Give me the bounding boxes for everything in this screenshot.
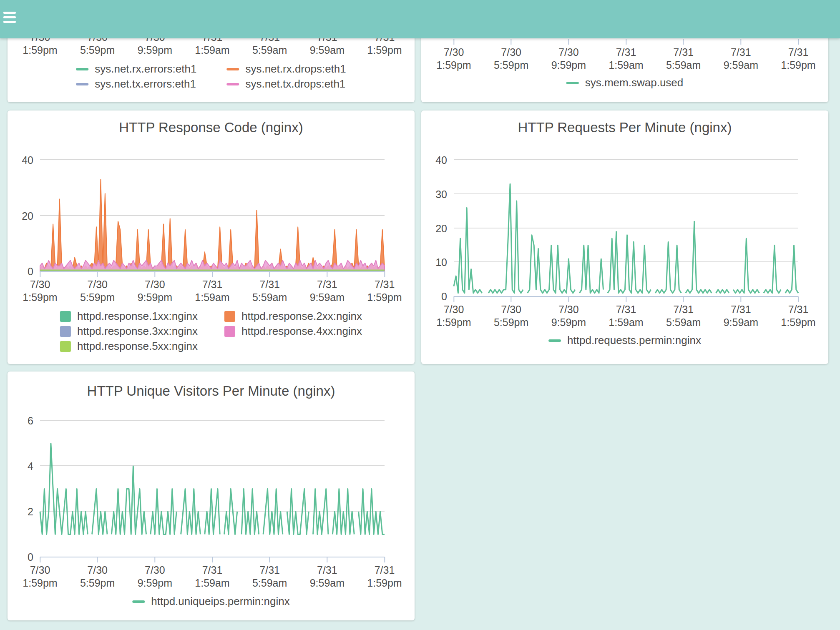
x-tick: 7/311:59am	[195, 557, 229, 590]
legend-item[interactable]: sys.mem.swap.used	[566, 76, 684, 89]
panel-http-response-code: HTTP Response Code (nginx) 02040 7/301:5…	[8, 110, 415, 364]
tick-mark	[453, 39, 454, 45]
x-tick: 7/311:59pm	[781, 39, 815, 72]
tick-mark	[40, 271, 40, 277]
legend-swatch-icon	[132, 600, 145, 603]
legend-item[interactable]: httpd.uniqueips.permin:nginx	[132, 595, 289, 608]
legend-item[interactable]: httpd.response.2xx:nginx	[224, 310, 362, 323]
x-tick-time: 5:59am	[666, 316, 701, 329]
x-tick: 7/305:59pm	[494, 39, 528, 72]
legend-label: sys.net.tx.errors:eth1	[95, 78, 196, 90]
y-tick-label: 10	[435, 256, 447, 269]
legend-item[interactable]: httpd.requests.permin:nginx	[548, 334, 701, 347]
x-tick: 7/301:59pm	[23, 271, 57, 304]
legend-item[interactable]: sys.net.rx.errors:eth1	[76, 63, 196, 75]
y-tick-label: 40	[22, 154, 33, 166]
x-tick: 7/311:59am	[195, 271, 229, 304]
x-tick-date: 7/30	[145, 564, 165, 577]
x-tick-time: 1:59pm	[781, 316, 815, 329]
legend-swatch-icon	[76, 83, 88, 85]
tick-mark	[154, 271, 155, 277]
x-tick-time: 1:59pm	[23, 44, 57, 57]
x-tick: 7/309:59pm	[138, 557, 172, 590]
tick-mark	[269, 271, 270, 277]
x-tick-date: 7/30	[30, 278, 50, 291]
chart-title: HTTP Requests Per Minute (nginx)	[421, 120, 828, 136]
tick-mark	[683, 39, 684, 45]
x-tick-date: 7/30	[87, 564, 108, 577]
legend-item[interactable]: httpd.response.4xx:nginx	[224, 325, 362, 338]
legend-item[interactable]: httpd.response.5xx:nginx	[60, 340, 198, 353]
tick-mark	[269, 557, 270, 562]
chart-legend: sys.mem.swap.used	[566, 76, 684, 89]
legend-swatch-icon	[60, 326, 71, 337]
series-httpd.requests.permin:nginx	[454, 184, 798, 293]
x-axis-labels: 7/301:59pm7/305:59pm7/309:59pm7/311:59am…	[40, 271, 385, 305]
x-tick-date: 7/31	[673, 46, 694, 59]
x-tick: 7/319:59am	[724, 39, 758, 72]
x-tick: 7/311:59pm	[367, 271, 402, 304]
menu-icon-bar	[3, 21, 16, 23]
x-tick-date: 7/30	[87, 278, 108, 291]
x-tick-date: 7/30	[145, 278, 165, 291]
x-tick-time: 1:59am	[195, 291, 229, 304]
legend-item[interactable]: httpd.response.3xx:nginx	[60, 325, 198, 338]
x-tick-time: 5:59pm	[80, 577, 115, 590]
x-tick-time: 9:59am	[310, 291, 345, 304]
series-httpd.response.2xx:nginx	[40, 180, 385, 271]
x-tick-time: 5:59am	[666, 59, 701, 72]
x-tick-time: 9:59am	[724, 316, 758, 329]
legend-item[interactable]: sys.net.rx.drops:eth1	[226, 63, 346, 75]
x-tick-date: 7/31	[259, 278, 280, 291]
x-tick-date: 7/31	[375, 564, 395, 577]
y-axis-labels: 0246	[8, 421, 33, 557]
tick-mark	[154, 557, 155, 562]
x-tick-date: 7/31	[317, 278, 337, 291]
tick-mark	[740, 296, 741, 302]
legend-label: sys.net.rx.drops:eth1	[245, 63, 346, 75]
x-tick: 7/315:59am	[666, 39, 701, 72]
x-tick-date: 7/31	[616, 303, 636, 316]
x-tick: 7/305:59pm	[494, 296, 528, 329]
chart-title: HTTP Response Code (nginx)	[8, 120, 415, 136]
chart-plot-area[interactable]	[40, 160, 385, 271]
menu-icon-bar	[3, 12, 16, 14]
tick-mark	[327, 271, 327, 277]
x-tick: 7/309:59pm	[551, 296, 586, 329]
legend-swatch-icon	[224, 311, 235, 322]
x-tick-date: 7/31	[259, 564, 280, 577]
x-tick-time: 9:59pm	[551, 59, 586, 72]
chart-series-svg	[40, 160, 385, 271]
legend-swatch-icon	[224, 326, 235, 337]
legend-label: httpd.response.3xx:nginx	[77, 325, 198, 338]
x-tick: 7/301:59pm	[436, 296, 471, 329]
x-tick-time: 5:59pm	[80, 44, 115, 57]
y-axis-labels: 010203040	[421, 160, 447, 296]
legend-label: sys.net.rx.errors:eth1	[95, 63, 196, 75]
x-tick-date: 7/31	[673, 303, 694, 316]
x-tick-time: 1:59pm	[781, 59, 815, 72]
tick-mark	[40, 557, 40, 562]
legend-label: httpd.requests.permin:nginx	[567, 334, 701, 347]
x-tick-date: 7/30	[558, 46, 579, 59]
x-tick-date: 7/31	[317, 564, 337, 577]
chart-legend: sys.net.rx.errors:eth1sys.net.rx.drops:e…	[76, 63, 346, 90]
chart-plot-area[interactable]	[40, 421, 385, 557]
x-tick: 7/319:59am	[310, 557, 345, 590]
x-tick-time: 5:59am	[252, 44, 287, 57]
tick-mark	[683, 296, 684, 302]
legend-item[interactable]: sys.net.tx.drops:eth1	[226, 78, 346, 90]
y-tick-label: 2	[28, 506, 33, 518]
tick-mark	[212, 557, 213, 562]
x-tick-time: 5:59pm	[494, 316, 528, 329]
chart-plot-area[interactable]	[454, 160, 798, 296]
x-tick-date: 7/31	[202, 564, 223, 577]
legend-item[interactable]: httpd.response.1xx:nginx	[60, 310, 198, 323]
legend-item[interactable]: sys.net.tx.errors:eth1	[76, 78, 196, 90]
tick-mark	[626, 296, 626, 302]
x-tick-time: 5:59pm	[80, 291, 115, 304]
menu-icon[interactable]	[3, 12, 18, 25]
y-axis-labels: 02040	[8, 160, 33, 271]
x-tick: 7/319:59am	[310, 271, 345, 304]
tick-mark	[453, 296, 454, 302]
